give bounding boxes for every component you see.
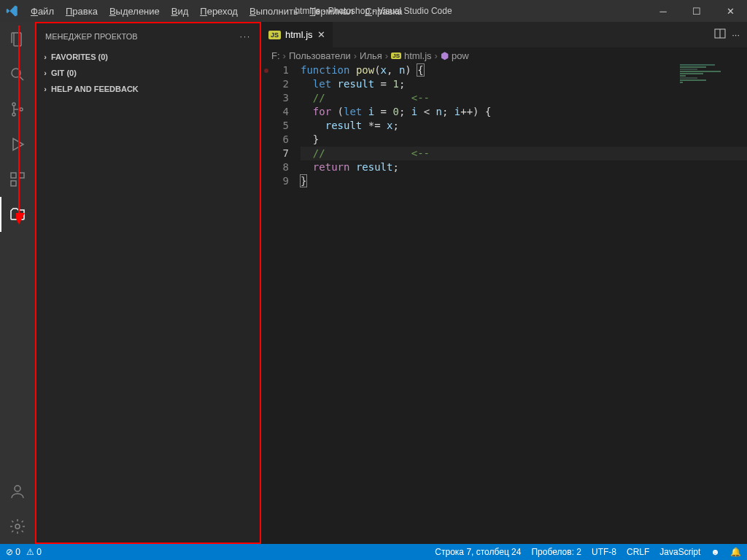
menu-Файл[interactable]: Файл <box>25 3 60 20</box>
code-line[interactable]: return result; <box>301 160 747 174</box>
breadcrumb-item[interactable]: Пользователи <box>289 50 351 61</box>
svg-point-1 <box>12 103 15 106</box>
more-actions-icon[interactable]: ··· <box>732 29 740 40</box>
menu-Вид[interactable]: Вид <box>166 3 195 20</box>
extensions-icon[interactable] <box>0 162 35 197</box>
status-item[interactable]: Строка 7, столбец 24 <box>435 547 521 557</box>
menu-Выделение[interactable]: Выделение <box>104 3 166 20</box>
breadcrumb-item[interactable]: pow <box>452 50 469 61</box>
breadcrumb-item[interactable]: html.js <box>404 50 432 61</box>
settings-gear-icon[interactable] <box>0 509 35 544</box>
svg-rect-5 <box>19 173 24 178</box>
close-button[interactable]: ✕ <box>713 0 747 22</box>
svg-point-8 <box>15 524 20 529</box>
status-item[interactable]: UTF-8 <box>592 547 616 557</box>
editor-area: JS html.js ✕ ··· F: › Пользователи › Иль… <box>261 22 747 544</box>
status-item[interactable]: CRLF <box>627 547 649 557</box>
sidebar-section[interactable]: ›GIT (0) <box>36 65 260 81</box>
search-icon[interactable] <box>0 57 35 92</box>
window-controls: ─ ☐ ✕ <box>646 0 747 22</box>
explorer-icon[interactable] <box>0 22 35 57</box>
run-debug-icon[interactable] <box>0 127 35 162</box>
close-tab-icon[interactable]: ✕ <box>317 29 325 40</box>
js-file-icon: JS <box>391 52 401 59</box>
sidebar-title: МЕНЕДЖЕР ПРОЕКТОВ <box>45 32 138 41</box>
source-control-icon[interactable] <box>0 92 35 127</box>
code-line[interactable]: // <-- <box>301 147 747 160</box>
code-editor[interactable]: 123456789 function pow(x, n) { let resul… <box>261 63 747 544</box>
tab-label: html.js <box>285 29 313 40</box>
minimize-button[interactable]: ─ <box>646 0 680 22</box>
svg-rect-4 <box>11 173 16 178</box>
vscode-icon <box>0 4 25 18</box>
status-item[interactable]: ⚠ 0 <box>26 547 42 557</box>
feedback-icon[interactable]: ☻ <box>711 547 720 557</box>
breadcrumbs[interactable]: F: › Пользователи › Илья › JS html.js › … <box>261 47 747 63</box>
status-item[interactable]: ⊘ 0 <box>6 547 20 557</box>
bell-icon[interactable]: 🔔 <box>730 547 741 557</box>
maximize-button[interactable]: ☐ <box>680 0 713 22</box>
status-item[interactable]: JavaScript <box>659 547 700 557</box>
status-item[interactable]: Пробелов: 2 <box>531 547 581 557</box>
menu-Переход[interactable]: Переход <box>194 3 244 20</box>
breadcrumb-item[interactable]: Илья <box>360 50 382 61</box>
svg-point-3 <box>20 108 23 111</box>
breadcrumb-drive[interactable]: F: <box>271 50 280 61</box>
sidebar-section[interactable]: ›HELP AND FEEDBACK <box>36 81 260 97</box>
chevron-right-icon: › <box>39 52 51 61</box>
svg-rect-6 <box>11 181 16 186</box>
sidebar-panel: МЕНЕДЖЕР ПРОЕКТОВ ··· ›FAVORITES (0)›GIT… <box>35 22 261 544</box>
chevron-right-icon: › <box>39 69 51 77</box>
line-numbers: 123456789 <box>271 63 301 544</box>
statusbar: ⊘ 0⚠ 0 Строка 7, столбец 24Пробелов: 2UT… <box>0 544 747 560</box>
minimap[interactable] <box>680 63 738 136</box>
symbol-icon: ⬢ <box>441 50 449 61</box>
sidebar-section[interactable]: ›FAVORITES (0) <box>36 49 260 65</box>
js-file-icon: JS <box>268 31 281 39</box>
activitybar <box>0 22 35 544</box>
svg-point-0 <box>12 69 20 77</box>
menu-Правка[interactable]: Правка <box>60 3 104 20</box>
project-manager-icon[interactable] <box>0 197 35 232</box>
accounts-icon[interactable] <box>0 474 35 509</box>
window-title: html.js - Photoshop - Visual Studio Code <box>295 6 452 16</box>
tabs: JS html.js ✕ ··· <box>261 22 747 47</box>
sidebar-more-icon[interactable]: ··· <box>240 32 251 41</box>
tab-html-js[interactable]: JS html.js ✕ <box>261 22 333 47</box>
svg-point-7 <box>15 486 20 491</box>
code-line[interactable]: } <box>301 174 747 188</box>
svg-point-2 <box>12 113 15 116</box>
chevron-right-icon: › <box>39 85 51 93</box>
titlebar: ФайлПравкаВыделениеВидПереходВыполнитьТе… <box>0 0 747 22</box>
breakpoint-icon[interactable] <box>264 69 268 73</box>
split-editor-icon[interactable] <box>714 28 726 42</box>
